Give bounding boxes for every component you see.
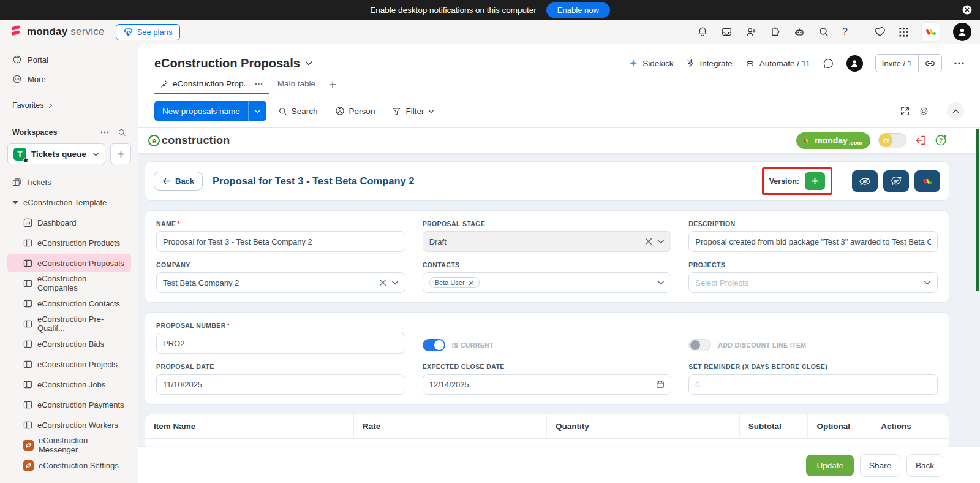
proposal-date-input[interactable] xyxy=(163,380,399,389)
board-owner-avatar[interactable] xyxy=(846,55,863,72)
expected-close-date-input[interactable] xyxy=(429,380,652,389)
footer-back-button[interactable]: Back xyxy=(907,454,943,477)
feedback-chat-button[interactable] xyxy=(883,170,909,192)
sidebar-item-econstruction-contacts[interactable]: eConstruction Contacts xyxy=(7,294,131,313)
inbox-icon[interactable] xyxy=(721,26,733,37)
app-help-icon[interactable]: ? xyxy=(935,134,947,146)
workspace-selector[interactable]: T Tickets queue xyxy=(7,143,105,164)
chevron-down-icon[interactable] xyxy=(391,280,399,285)
contacts-label: CONTACTS xyxy=(423,261,672,268)
sidebar-item-tickets[interactable]: Tickets xyxy=(7,173,131,191)
calendar-icon[interactable] xyxy=(656,380,665,389)
chevron-down-icon[interactable] xyxy=(248,101,266,121)
invite-button[interactable]: Invite / 1 xyxy=(875,54,942,72)
sidebar-item-econstruction-proposals[interactable]: eConstruction Proposals xyxy=(7,254,131,272)
sidebar-item-econstruction-bids[interactable]: eConstruction Bids xyxy=(7,335,131,353)
tab-menu-icon[interactable] xyxy=(255,83,263,85)
filter-tool[interactable]: Filter xyxy=(386,103,440,120)
help-icon[interactable]: ? xyxy=(842,26,848,37)
sidekick-label: Sidekick xyxy=(643,59,673,68)
home-badge-icon xyxy=(23,157,29,163)
description-input[interactable] xyxy=(695,237,931,246)
sidebar-item-econstruction-prequalification[interactable]: eConstruction Pre-Qualif... xyxy=(7,314,131,333)
close-icon[interactable] xyxy=(962,4,973,15)
bell-icon[interactable] xyxy=(697,26,708,37)
board-menu-icon[interactable] xyxy=(954,62,964,64)
integrate-button[interactable]: Integrate xyxy=(686,58,733,68)
enable-now-button[interactable]: Enable now xyxy=(546,2,610,18)
search-icon[interactable] xyxy=(818,26,829,37)
tab-econstruction-proposals-view[interactable]: eConstruction Prop... xyxy=(154,75,269,94)
hide-preview-button[interactable] xyxy=(852,170,878,192)
add-discount-toggle[interactable] xyxy=(688,339,711,351)
proposal-number-field: PROPOSAL NUMBER* xyxy=(156,322,405,354)
fullscreen-icon[interactable] xyxy=(900,106,910,116)
contact-chip[interactable]: Beta User xyxy=(429,277,480,288)
monday-home-icon[interactable] xyxy=(922,23,940,41)
product-switcher-icon[interactable] xyxy=(899,27,909,37)
automate-button[interactable]: Automate / 11 xyxy=(745,58,810,68)
description-field: DESCRIPTION xyxy=(688,220,938,252)
contacts-select[interactable]: Beta User xyxy=(423,272,672,293)
sidebar-item-econstruction-settings[interactable]: eConstruction Settings xyxy=(7,456,131,474)
invite-member-icon[interactable] xyxy=(745,26,757,37)
sidebar-item-econstruction-projects[interactable]: eConstruction Projects xyxy=(7,355,131,373)
name-input[interactable] xyxy=(163,237,399,246)
person-filter-tool[interactable]: Person xyxy=(330,102,381,120)
board-title-menu[interactable]: eConstruction Proposals xyxy=(154,56,312,70)
is-current-toggle[interactable] xyxy=(423,339,445,351)
more-circle-icon xyxy=(12,74,22,84)
sidebar-item-econstruction-jobs[interactable]: eConstruction Jobs xyxy=(7,375,131,394)
share-button[interactable]: Share xyxy=(860,454,900,477)
favorites-header[interactable]: Favorites xyxy=(7,97,131,114)
sidebar-item-portal[interactable]: Portal xyxy=(7,50,131,69)
collapse-header-button[interactable] xyxy=(947,102,964,120)
sidebar-item-dashboard[interactable]: Dashboard xyxy=(7,213,131,232)
see-plans-button[interactable]: See plans xyxy=(116,24,181,40)
reminder-input[interactable] xyxy=(695,380,931,389)
board-header: eConstruction Proposals Sidekick Integra… xyxy=(138,44,980,75)
logout-icon[interactable] xyxy=(914,134,927,146)
add-view-button[interactable] xyxy=(324,77,341,94)
add-workspace-item-button[interactable] xyxy=(110,143,131,164)
back-button[interactable]: Back xyxy=(154,172,203,191)
add-version-button[interactable] xyxy=(805,172,825,190)
monday-link-button[interactable] xyxy=(914,170,940,192)
board-chat-icon[interactable] xyxy=(823,58,834,69)
company-select[interactable]: Test Beta Company 2 xyxy=(156,272,405,293)
projects-input[interactable] xyxy=(695,278,919,287)
copy-link-icon[interactable] xyxy=(918,55,941,72)
tab-main-table[interactable]: Main table xyxy=(271,75,322,94)
sidebar-item-econstruction-companies[interactable]: eConstruction Companies xyxy=(7,274,131,292)
sidebar-item-econstruction-payments[interactable]: eConstruction Payments xyxy=(7,395,131,414)
monday-badge[interactable]: monday .com xyxy=(796,132,870,149)
sidebar-item-econstruction-template[interactable]: eConstruction Template xyxy=(7,193,131,211)
sidebar-item-more[interactable]: More xyxy=(7,70,131,88)
board-settings-gear-icon[interactable] xyxy=(919,106,929,116)
search-tool[interactable]: Search xyxy=(273,103,323,120)
chevron-down-icon[interactable] xyxy=(657,280,665,285)
sidebar-item-econstruction-workers[interactable]: eConstruction Workers xyxy=(7,416,131,434)
embed-scrollbar[interactable] xyxy=(976,129,979,291)
sidebar-item-econstruction-products[interactable]: eConstruction Products xyxy=(7,234,131,252)
user-avatar[interactable] xyxy=(953,23,971,41)
clear-icon[interactable] xyxy=(645,238,652,245)
projects-select[interactable] xyxy=(688,272,938,293)
assistant-icon[interactable] xyxy=(794,26,805,37)
new-item-button[interactable]: New proposals name xyxy=(154,101,266,121)
stage-select[interactable]: Draft xyxy=(423,231,672,252)
vibe-heart-icon[interactable] xyxy=(874,26,886,37)
chevron-down-icon[interactable] xyxy=(657,239,665,244)
workspaces-search-icon[interactable] xyxy=(118,128,126,137)
clear-icon[interactable] xyxy=(379,279,386,286)
apps-marketplace-icon[interactable] xyxy=(770,26,781,37)
sidebar-item-econstruction-messenger[interactable]: eConstruction Messenger xyxy=(7,436,131,454)
proposal-number-input[interactable] xyxy=(163,339,399,348)
update-button[interactable]: Update xyxy=(806,455,854,476)
chevron-down-icon[interactable] xyxy=(924,280,931,285)
theme-toggle[interactable] xyxy=(878,133,907,148)
sidekick-button[interactable]: Sidekick xyxy=(628,58,673,68)
remove-contact-icon[interactable] xyxy=(469,280,474,286)
toolbar-right xyxy=(900,102,964,120)
workspaces-menu-icon[interactable] xyxy=(100,131,109,134)
